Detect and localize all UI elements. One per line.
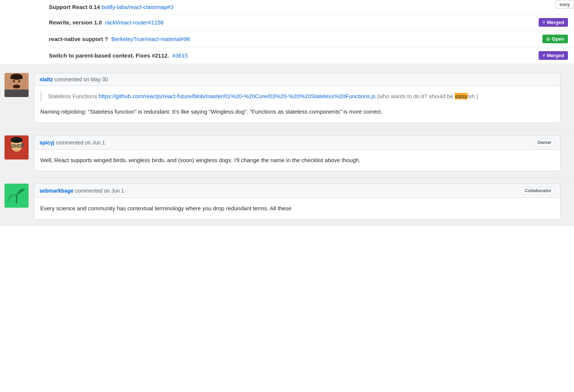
quote-text-post: ish.) xyxy=(468,93,478,99)
comment-container: sebmarkbage commented on Jun 1 Collabora… xyxy=(34,184,560,220)
pr-title: react-native support ? BerkeleyTrue/reac… xyxy=(49,36,190,42)
comment-header-left: staltz commented on May 30 xyxy=(39,76,108,82)
commenter-username[interactable]: staltz xyxy=(39,76,53,82)
pr-title-bold: react-native support ? xyxy=(49,36,108,42)
quote-text-before: Stateless Functions xyxy=(48,93,99,99)
avatar-area xyxy=(0,73,34,97)
merge-icon: ⑂ xyxy=(542,53,545,58)
owner-badge: Owner xyxy=(534,139,555,146)
svg-rect-4 xyxy=(11,76,23,79)
avatar-image xyxy=(5,73,29,97)
comment-paragraph: Every science and community has contextu… xyxy=(40,204,554,213)
svg-rect-10 xyxy=(5,152,29,160)
svg-rect-1 xyxy=(5,90,29,97)
comment-header: spicyj commented on Jun 1 Owner xyxy=(34,136,560,150)
merged-badge: ⑂ Merged xyxy=(539,18,568,27)
svg-point-6 xyxy=(13,81,15,82)
quote-text-mid: (who wants to do it? should be xyxy=(375,93,455,99)
stateless-functions-link[interactable]: https://github.com/reactjs/react-future/… xyxy=(99,93,375,99)
pr-title-bold: Rewrite, version 1.0 xyxy=(49,19,102,26)
easy-highlight: easy xyxy=(455,93,468,99)
comment-date: commented on Jun 1 xyxy=(75,188,124,194)
pr-row: react-native support ? BerkeleyTrue/reac… xyxy=(49,31,574,47)
svg-rect-22 xyxy=(16,194,17,204)
avatar xyxy=(5,184,29,208)
quote-block: Stateless Functions https://github.com/r… xyxy=(40,92,554,101)
comment-block: staltz commented on May 30 Stateless Fun… xyxy=(0,67,574,129)
avatar-area xyxy=(0,184,34,208)
svg-point-17 xyxy=(13,145,14,147)
pr-title-link[interactable]: BerkeleyTrue/react-material#96 xyxy=(111,36,190,42)
svg-point-18 xyxy=(18,145,20,147)
comment-body: Every science and community has contextu… xyxy=(34,198,560,219)
merged-badge: ⑂ Merged xyxy=(539,51,568,60)
collaborator-badge: Collaborator xyxy=(521,187,555,194)
pr-title-link[interactable]: #3615 xyxy=(172,52,188,59)
comment-block: spicyj commented on Jun 1 Owner Well, Re… xyxy=(0,129,574,178)
pr-title-link[interactable]: botify-labs/react-classmap#3 xyxy=(102,4,173,10)
open-badge: ⊙ Open xyxy=(542,35,568,43)
comment-container: spicyj commented on Jun 1 Owner Well, Re… xyxy=(34,135,560,172)
pr-row: Rewrite, version 1.0 rackt/react-router#… xyxy=(49,14,574,31)
avatar xyxy=(5,73,29,97)
comment-paragraph: Well, React supports winged birds, wingl… xyxy=(40,156,554,165)
svg-rect-20 xyxy=(21,143,23,147)
comment-date: commented on May 30 xyxy=(55,76,108,82)
pr-title: Support React 0.14 botify-labs/react-cla… xyxy=(49,4,173,10)
avatar-area xyxy=(0,135,34,160)
comment-block: sebmarkbage commented on Jun 1 Collabora… xyxy=(0,178,574,226)
commenter-username[interactable]: sebmarkbage xyxy=(39,188,73,194)
merge-icon: ⑂ xyxy=(542,20,545,25)
comment-container: staltz commented on May 30 Stateless Fun… xyxy=(34,73,560,123)
comment-date: commented on Jun 1 xyxy=(56,140,105,146)
comment-body: Stateless Functions https://github.com/r… xyxy=(34,86,560,123)
avatar xyxy=(5,135,29,160)
avatar-image xyxy=(5,135,29,160)
svg-point-19 xyxy=(16,147,17,148)
comment-paragraph: Naming nitpicking: "Stateless function" … xyxy=(40,107,554,117)
pr-title-bold: Support React 0.14 xyxy=(49,4,100,10)
open-icon: ⊙ xyxy=(546,36,550,42)
comment-header-left: sebmarkbage commented on Jun 1 xyxy=(39,188,124,194)
avatar-image xyxy=(5,184,29,208)
easy-tag-label: easy xyxy=(556,0,574,9)
pr-title-bold: Switch to parent-based context. Fixes #2… xyxy=(49,52,169,59)
comment-header: staltz commented on May 30 xyxy=(34,73,560,86)
comment-header: sebmarkbage commented on Jun 1 Collabora… xyxy=(34,184,560,198)
comment-body: Well, React supports winged birds, wingl… xyxy=(34,150,560,171)
svg-rect-13 xyxy=(11,139,22,142)
pr-row: Switch to parent-based context. Fixes #2… xyxy=(49,47,574,64)
svg-point-8 xyxy=(16,84,17,85)
pr-row: Support React 0.14 botify-labs/react-cla… xyxy=(49,0,574,14)
pr-title-link[interactable]: rackt/react-router#1158 xyxy=(105,19,164,26)
comment-header-left: spicyj commented on Jun 1 xyxy=(39,140,105,146)
pr-title: Switch to parent-based context. Fixes #2… xyxy=(49,52,188,59)
svg-point-5 xyxy=(13,85,20,88)
pr-title: Rewrite, version 1.0 rackt/react-router#… xyxy=(49,19,164,26)
commenter-username[interactable]: spicyj xyxy=(39,140,55,146)
svg-point-7 xyxy=(18,81,20,82)
